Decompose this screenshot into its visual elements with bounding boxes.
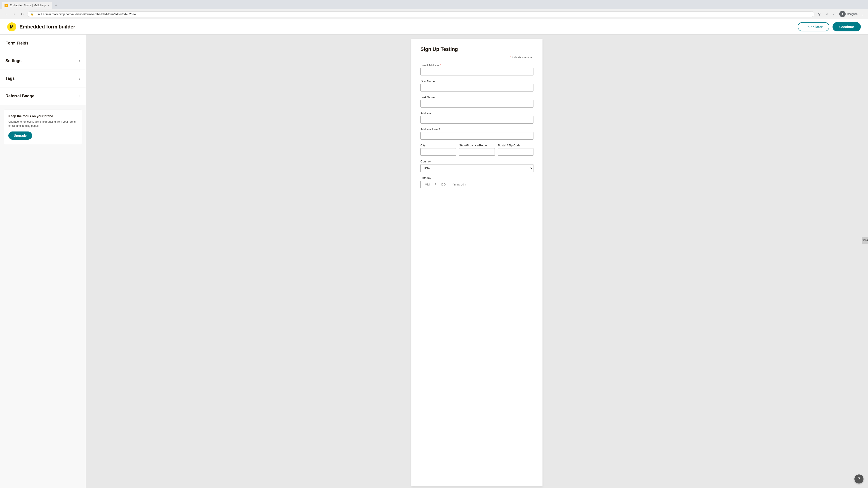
input-city[interactable] bbox=[421, 148, 456, 156]
birthday-separator: / bbox=[435, 183, 436, 186]
input-address[interactable] bbox=[421, 116, 533, 124]
input-first-name[interactable] bbox=[421, 84, 533, 92]
field-label-country: Country bbox=[421, 160, 533, 163]
field-label-address2: Address Line 2 bbox=[421, 128, 533, 131]
field-label-birthday: Birthday bbox=[421, 176, 533, 180]
incognito-icon bbox=[839, 11, 846, 17]
tab-title: Embedded Forms | Mailchimp bbox=[10, 4, 46, 7]
active-tab[interactable]: M Embedded Forms | Mailchimp × bbox=[2, 2, 52, 9]
chevron-icon-settings: › bbox=[79, 59, 80, 63]
sidebar-item-referral-badge[interactable]: Referral Badge › bbox=[0, 88, 86, 105]
upgrade-card-description: Upgrade to remove Mailchimp branding fro… bbox=[8, 120, 77, 128]
address-bar[interactable]: 🔒 us21.admin.mailchimp.com/audience/form… bbox=[27, 11, 814, 17]
upgrade-card-title: Keep the focus on your brand bbox=[8, 114, 77, 118]
input-zip[interactable] bbox=[498, 148, 533, 156]
forward-button[interactable]: → bbox=[11, 11, 17, 17]
field-country: Country USA Canada United Kingdom Austra… bbox=[421, 160, 533, 172]
tab-favicon: M bbox=[4, 4, 8, 7]
field-city: City bbox=[421, 144, 456, 156]
browser-controls: ← → ↻ 🔒 us21.admin.mailchimp.com/audienc… bbox=[0, 9, 868, 19]
app-header: M Embedded form builder Finish later Con… bbox=[0, 19, 868, 35]
continue-button[interactable]: Continue bbox=[833, 22, 861, 31]
search-icon[interactable]: ⚲ bbox=[816, 11, 823, 17]
field-label-last-name: Last Name bbox=[421, 96, 533, 99]
header-left: M Embedded form builder bbox=[7, 22, 75, 31]
back-button[interactable]: ← bbox=[3, 11, 9, 17]
chevron-icon-form-fields: › bbox=[79, 41, 80, 45]
sidebar-item-tags[interactable]: Tags › bbox=[0, 70, 86, 88]
field-address2: Address Line 2 bbox=[421, 128, 533, 140]
input-email[interactable] bbox=[421, 68, 533, 75]
input-birthday-dd[interactable] bbox=[437, 181, 450, 188]
field-last-name: Last Name bbox=[421, 96, 533, 107]
address-text[interactable]: us21.admin.mailchimp.com/audience/forms/… bbox=[36, 12, 811, 16]
field-state: State/Province/Region bbox=[459, 144, 495, 156]
tab-bar: M Embedded Forms | Mailchimp × + bbox=[0, 0, 868, 9]
birthday-row: / ( mm / dd ) bbox=[421, 181, 533, 188]
field-zip: Postal / Zip Code bbox=[498, 144, 533, 156]
tab-close-icon[interactable]: × bbox=[48, 4, 50, 7]
field-first-name: First Name bbox=[421, 79, 533, 92]
form-preview-title: Sign Up Testing bbox=[421, 46, 533, 52]
field-label-zip: Postal / Zip Code bbox=[498, 144, 533, 147]
svg-point-0 bbox=[842, 13, 843, 14]
refresh-button[interactable]: ↻ bbox=[19, 11, 25, 17]
required-star: * bbox=[510, 56, 511, 59]
new-tab-button[interactable]: + bbox=[53, 2, 59, 9]
field-label-address: Address bbox=[421, 111, 533, 115]
input-address2[interactable] bbox=[421, 132, 533, 140]
upgrade-button[interactable]: Upgrade bbox=[8, 131, 32, 140]
field-label-email: Email Address * bbox=[421, 64, 533, 67]
select-country[interactable]: USA Canada United Kingdom Australia Germ… bbox=[421, 164, 533, 172]
extensions-icon[interactable]: ▭ bbox=[832, 11, 838, 17]
app-title: Embedded form builder bbox=[20, 24, 75, 30]
app-body: Form Fields › Settings › Tags › Referral… bbox=[0, 35, 868, 488]
bookmark-icon[interactable]: ☆ bbox=[824, 11, 830, 17]
required-star-email: * bbox=[440, 64, 441, 67]
field-label-city: City bbox=[421, 144, 456, 147]
required-note: * indicates required bbox=[421, 56, 533, 59]
field-label-state: State/Province/Region bbox=[459, 144, 495, 147]
field-birthday: Birthday / ( mm / dd ) bbox=[421, 176, 533, 188]
input-birthday-mm[interactable] bbox=[421, 181, 434, 188]
canvas-area: Sign Up Testing * indicates required Ema… bbox=[86, 35, 868, 488]
field-address: Address bbox=[421, 111, 533, 124]
required-note-text: indicates required bbox=[512, 56, 533, 59]
field-label-first-name: First Name bbox=[421, 79, 533, 83]
form-preview: Sign Up Testing * indicates required Ema… bbox=[411, 39, 542, 486]
svg-text:M: M bbox=[10, 24, 14, 29]
browser-chrome: M Embedded Forms | Mailchimp × + ← → ↻ 🔒… bbox=[0, 0, 868, 19]
incognito-badge: Incognito bbox=[839, 11, 858, 17]
sidebar-item-form-fields[interactable]: Form Fields › bbox=[0, 35, 86, 52]
upgrade-card: Keep the focus on your brand Upgrade to … bbox=[4, 109, 82, 144]
lock-icon: 🔒 bbox=[31, 12, 34, 15]
incognito-label: Incognito bbox=[846, 12, 858, 15]
field-email: Email Address * bbox=[421, 64, 533, 75]
feedback-tab[interactable]: Feedback bbox=[862, 237, 868, 244]
finish-later-button[interactable]: Finish later bbox=[798, 22, 829, 31]
browser-right-icons: ⚲ ☆ ▭ Incognito ⋮ bbox=[816, 11, 865, 17]
chevron-icon-tags: › bbox=[79, 76, 80, 80]
chevron-icon-referral-badge: › bbox=[79, 94, 80, 98]
menu-icon[interactable]: ⋮ bbox=[859, 11, 865, 17]
header-buttons: Finish later Continue bbox=[798, 22, 861, 31]
mailchimp-logo: M bbox=[7, 22, 16, 31]
input-state[interactable] bbox=[459, 148, 495, 156]
sidebar-item-settings[interactable]: Settings › bbox=[0, 52, 86, 70]
birthday-hint: ( mm / dd ) bbox=[453, 183, 466, 186]
row-city-state-zip: City State/Province/Region Postal / Zip … bbox=[421, 144, 533, 156]
help-button[interactable]: ? bbox=[855, 475, 864, 484]
input-last-name[interactable] bbox=[421, 100, 533, 107]
sidebar: Form Fields › Settings › Tags › Referral… bbox=[0, 35, 86, 488]
